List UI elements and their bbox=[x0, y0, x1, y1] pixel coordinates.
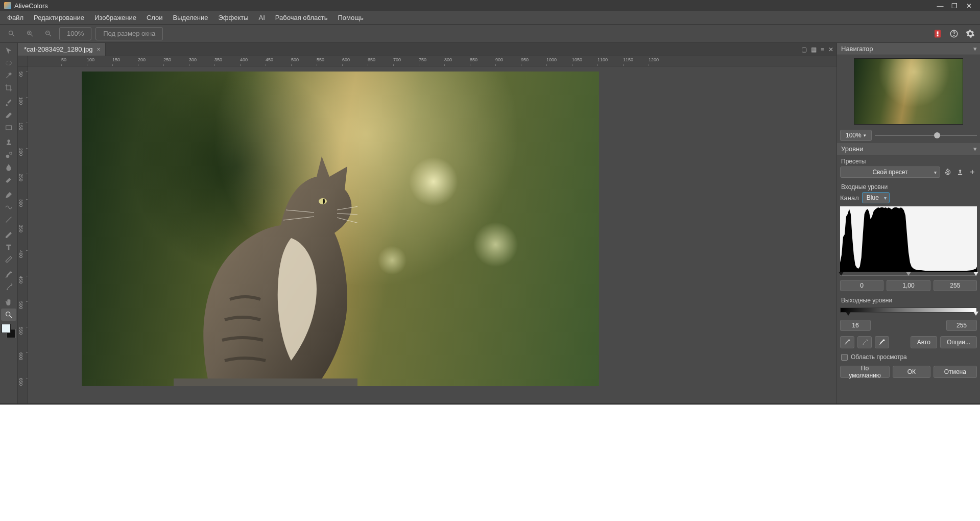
levels-menu-icon[interactable]: ▾ bbox=[973, 145, 977, 153]
fit-window-button[interactable]: Под размер окна bbox=[95, 27, 163, 40]
minimize-button[interactable]: — bbox=[933, 2, 947, 10]
add-preset-icon[interactable]: + bbox=[968, 168, 977, 177]
pen-tool-icon[interactable] bbox=[1, 189, 16, 201]
default-button[interactable]: По умолчанию bbox=[840, 366, 890, 378]
save-preset-icon[interactable] bbox=[955, 168, 965, 177]
view-grid-icon[interactable]: ▦ bbox=[811, 46, 817, 53]
ruler-h-tick: 750 bbox=[419, 57, 426, 62]
reset-preset-icon[interactable] bbox=[943, 168, 952, 177]
eyedropper2-tool-icon[interactable] bbox=[1, 281, 16, 293]
svg-line-19 bbox=[10, 316, 12, 318]
clone-tool-icon[interactable] bbox=[1, 149, 16, 161]
stamp-tool-icon[interactable] bbox=[1, 137, 16, 149]
brush-tool-icon[interactable] bbox=[1, 97, 16, 109]
levels-panel-header[interactable]: Уровни ▾ bbox=[837, 143, 980, 155]
preview-checkbox[interactable] bbox=[841, 354, 848, 361]
output-low-field[interactable]: 16 bbox=[840, 320, 871, 331]
close-window-button[interactable]: ✕ bbox=[962, 2, 976, 10]
wand-tool-icon[interactable] bbox=[1, 69, 16, 82]
settings-gear-icon[interactable] bbox=[965, 28, 976, 39]
view-single-icon[interactable]: ▢ bbox=[801, 46, 807, 53]
view-list-icon[interactable]: ≡ bbox=[821, 46, 824, 53]
foreground-color-chip[interactable] bbox=[2, 324, 11, 333]
ruler-h-tick: 350 bbox=[214, 57, 222, 62]
maximize-button[interactable]: ❐ bbox=[947, 2, 962, 10]
output-handles[interactable] bbox=[840, 313, 977, 318]
navigator-preview[interactable] bbox=[854, 58, 963, 125]
input-high-field[interactable]: 255 bbox=[934, 280, 977, 291]
histogram bbox=[840, 206, 977, 272]
text-tool-icon[interactable] bbox=[1, 241, 16, 253]
close-tab-icon[interactable]: × bbox=[97, 46, 100, 53]
white-eyedropper-icon[interactable] bbox=[875, 336, 889, 348]
gray-eyedropper-icon[interactable] bbox=[857, 336, 872, 348]
eyedropper-tool-icon[interactable] bbox=[1, 269, 16, 281]
cancel-button[interactable]: Отмена bbox=[934, 366, 977, 378]
output-gradient[interactable] bbox=[840, 307, 977, 313]
options-button[interactable]: Опции... bbox=[940, 336, 977, 348]
move-tool-icon[interactable] bbox=[1, 45, 16, 57]
slider-knob[interactable] bbox=[934, 132, 940, 138]
output-white-handle[interactable] bbox=[973, 312, 978, 316]
output-high-field[interactable]: 255 bbox=[946, 320, 977, 331]
ruler-h-tick: 50 bbox=[61, 57, 66, 62]
zoom-tool-icon[interactable] bbox=[1, 309, 16, 321]
shape-tool-icon[interactable] bbox=[1, 122, 16, 134]
line-tool-icon[interactable] bbox=[1, 214, 16, 226]
measure-tool-icon[interactable] bbox=[1, 253, 16, 266]
wave-tool-icon[interactable] bbox=[1, 201, 16, 214]
hand-tool-icon[interactable] bbox=[1, 296, 16, 309]
lasso-tool-icon[interactable] bbox=[1, 57, 16, 69]
menu-help[interactable]: Помощь bbox=[332, 12, 368, 23]
preset-dropdown[interactable]: Свой пресет bbox=[840, 167, 940, 178]
preview-checkbox-row[interactable]: Область просмотра bbox=[841, 353, 976, 361]
ruler-h-tick: 1050 bbox=[572, 57, 582, 62]
input-levels-label: Входные уровни bbox=[837, 181, 980, 192]
input-black-handle[interactable] bbox=[839, 272, 844, 276]
menu-workspace[interactable]: Рабочая область bbox=[270, 12, 333, 23]
navigator-zoom-slider[interactable] bbox=[875, 131, 977, 140]
menu-effects[interactable]: Эффекты bbox=[213, 12, 253, 23]
ok-button[interactable]: ОК bbox=[893, 366, 930, 378]
help-icon[interactable] bbox=[948, 28, 960, 39]
preset-row: Свой пресет + bbox=[837, 167, 980, 181]
zoom-out-icon[interactable] bbox=[41, 27, 55, 40]
input-low-field[interactable]: 0 bbox=[840, 280, 883, 291]
menu-selection[interactable]: Выделение bbox=[168, 12, 213, 23]
output-black-handle[interactable] bbox=[846, 312, 851, 316]
svg-rect-15 bbox=[6, 126, 12, 130]
zoom-cursor-icon[interactable] bbox=[4, 27, 18, 40]
input-gamma-field[interactable]: 1,00 bbox=[887, 280, 930, 291]
ruler-v-tick: 250 bbox=[18, 174, 23, 181]
eraser-tool-icon[interactable] bbox=[1, 109, 16, 122]
alert-icon[interactable] bbox=[932, 28, 943, 39]
input-gamma-handle[interactable] bbox=[906, 272, 911, 276]
navigator-panel-header[interactable]: Навигатор ▾ bbox=[837, 43, 980, 55]
document-tab[interactable]: *cat-2083492_1280.jpg × bbox=[18, 43, 106, 56]
top-toolbar: 100% Под размер окна bbox=[0, 25, 980, 43]
black-eyedropper-icon[interactable] bbox=[840, 336, 854, 348]
svg-point-14 bbox=[6, 61, 12, 65]
input-white-handle[interactable] bbox=[973, 272, 978, 276]
blur-tool-icon[interactable] bbox=[1, 161, 16, 174]
menu-file[interactable]: Файл bbox=[2, 12, 29, 23]
ruler-v-tick: 50 bbox=[18, 72, 23, 77]
menu-ai[interactable]: AI bbox=[254, 12, 270, 23]
close-view-icon[interactable]: ✕ bbox=[828, 46, 833, 53]
crop-tool-icon[interactable] bbox=[1, 82, 16, 94]
navigator-zoom-button[interactable]: 100% ▾ bbox=[840, 130, 872, 141]
auto-button[interactable]: Авто bbox=[911, 336, 937, 348]
input-levels-slider[interactable] bbox=[840, 273, 977, 278]
navigator-menu-icon[interactable]: ▾ bbox=[973, 45, 977, 53]
menu-edit[interactable]: Редактирование bbox=[29, 12, 89, 23]
smudge-tool-icon[interactable] bbox=[1, 174, 16, 186]
foreground-background-colors[interactable] bbox=[2, 324, 16, 338]
svg-rect-28 bbox=[958, 174, 962, 175]
canvas-image[interactable] bbox=[82, 72, 599, 386]
zoom-in-icon[interactable] bbox=[22, 27, 37, 40]
pencil-tool-icon[interactable] bbox=[1, 229, 16, 241]
zoom-level-box[interactable]: 100% bbox=[59, 27, 91, 40]
channel-select[interactable]: Blue bbox=[862, 192, 890, 203]
menu-layers[interactable]: Слои bbox=[141, 12, 168, 23]
menu-image[interactable]: Изображение bbox=[89, 12, 141, 23]
